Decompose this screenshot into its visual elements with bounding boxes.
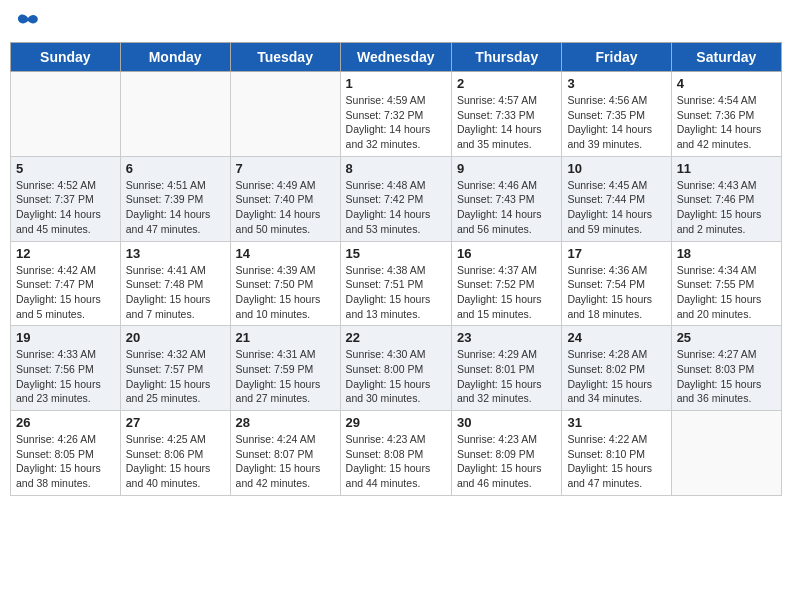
calendar-cell: 2Sunrise: 4:57 AM Sunset: 7:33 PM Daylig… (451, 72, 561, 157)
day-info: Sunrise: 4:51 AM Sunset: 7:39 PM Dayligh… (126, 178, 225, 237)
calendar-cell: 19Sunrise: 4:33 AM Sunset: 7:56 PM Dayli… (11, 326, 121, 411)
calendar-cell: 8Sunrise: 4:48 AM Sunset: 7:42 PM Daylig… (340, 156, 451, 241)
calendar-cell: 31Sunrise: 4:22 AM Sunset: 8:10 PM Dayli… (562, 411, 671, 496)
day-info: Sunrise: 4:52 AM Sunset: 7:37 PM Dayligh… (16, 178, 115, 237)
week-row-4: 26Sunrise: 4:26 AM Sunset: 8:05 PM Dayli… (11, 411, 782, 496)
day-info: Sunrise: 4:49 AM Sunset: 7:40 PM Dayligh… (236, 178, 335, 237)
calendar-cell: 14Sunrise: 4:39 AM Sunset: 7:50 PM Dayli… (230, 241, 340, 326)
day-number: 21 (236, 330, 335, 345)
day-info: Sunrise: 4:25 AM Sunset: 8:06 PM Dayligh… (126, 432, 225, 491)
day-info: Sunrise: 4:48 AM Sunset: 7:42 PM Dayligh… (346, 178, 446, 237)
day-info: Sunrise: 4:37 AM Sunset: 7:52 PM Dayligh… (457, 263, 556, 322)
day-number: 18 (677, 246, 776, 261)
calendar: SundayMondayTuesdayWednesdayThursdayFrid… (10, 42, 782, 496)
day-number: 25 (677, 330, 776, 345)
day-info: Sunrise: 4:36 AM Sunset: 7:54 PM Dayligh… (567, 263, 665, 322)
calendar-cell: 23Sunrise: 4:29 AM Sunset: 8:01 PM Dayli… (451, 326, 561, 411)
calendar-cell: 11Sunrise: 4:43 AM Sunset: 7:46 PM Dayli… (671, 156, 781, 241)
day-info: Sunrise: 4:39 AM Sunset: 7:50 PM Dayligh… (236, 263, 335, 322)
dow-sunday: Sunday (11, 43, 121, 72)
day-number: 2 (457, 76, 556, 91)
day-info: Sunrise: 4:42 AM Sunset: 7:47 PM Dayligh… (16, 263, 115, 322)
calendar-cell (11, 72, 121, 157)
calendar-cell: 16Sunrise: 4:37 AM Sunset: 7:52 PM Dayli… (451, 241, 561, 326)
dow-thursday: Thursday (451, 43, 561, 72)
day-number: 30 (457, 415, 556, 430)
day-info: Sunrise: 4:34 AM Sunset: 7:55 PM Dayligh… (677, 263, 776, 322)
day-info: Sunrise: 4:23 AM Sunset: 8:09 PM Dayligh… (457, 432, 556, 491)
day-info: Sunrise: 4:59 AM Sunset: 7:32 PM Dayligh… (346, 93, 446, 152)
day-number: 17 (567, 246, 665, 261)
day-number: 29 (346, 415, 446, 430)
day-number: 9 (457, 161, 556, 176)
day-number: 14 (236, 246, 335, 261)
day-number: 23 (457, 330, 556, 345)
day-info: Sunrise: 4:57 AM Sunset: 7:33 PM Dayligh… (457, 93, 556, 152)
calendar-cell: 25Sunrise: 4:27 AM Sunset: 8:03 PM Dayli… (671, 326, 781, 411)
day-number: 28 (236, 415, 335, 430)
day-info: Sunrise: 4:41 AM Sunset: 7:48 PM Dayligh… (126, 263, 225, 322)
calendar-body: 1Sunrise: 4:59 AM Sunset: 7:32 PM Daylig… (11, 72, 782, 496)
day-number: 13 (126, 246, 225, 261)
calendar-cell: 30Sunrise: 4:23 AM Sunset: 8:09 PM Dayli… (451, 411, 561, 496)
calendar-cell: 27Sunrise: 4:25 AM Sunset: 8:06 PM Dayli… (120, 411, 230, 496)
dow-tuesday: Tuesday (230, 43, 340, 72)
day-number: 12 (16, 246, 115, 261)
calendar-cell: 18Sunrise: 4:34 AM Sunset: 7:55 PM Dayli… (671, 241, 781, 326)
dow-monday: Monday (120, 43, 230, 72)
day-number: 22 (346, 330, 446, 345)
week-row-3: 19Sunrise: 4:33 AM Sunset: 7:56 PM Dayli… (11, 326, 782, 411)
days-of-week-header: SundayMondayTuesdayWednesdayThursdayFrid… (11, 43, 782, 72)
calendar-cell (120, 72, 230, 157)
calendar-cell: 26Sunrise: 4:26 AM Sunset: 8:05 PM Dayli… (11, 411, 121, 496)
day-info: Sunrise: 4:24 AM Sunset: 8:07 PM Dayligh… (236, 432, 335, 491)
calendar-cell: 12Sunrise: 4:42 AM Sunset: 7:47 PM Dayli… (11, 241, 121, 326)
calendar-cell: 4Sunrise: 4:54 AM Sunset: 7:36 PM Daylig… (671, 72, 781, 157)
day-info: Sunrise: 4:54 AM Sunset: 7:36 PM Dayligh… (677, 93, 776, 152)
calendar-cell: 15Sunrise: 4:38 AM Sunset: 7:51 PM Dayli… (340, 241, 451, 326)
day-number: 19 (16, 330, 115, 345)
dow-saturday: Saturday (671, 43, 781, 72)
day-info: Sunrise: 4:28 AM Sunset: 8:02 PM Dayligh… (567, 347, 665, 406)
day-info: Sunrise: 4:43 AM Sunset: 7:46 PM Dayligh… (677, 178, 776, 237)
day-info: Sunrise: 4:45 AM Sunset: 7:44 PM Dayligh… (567, 178, 665, 237)
day-info: Sunrise: 4:31 AM Sunset: 7:59 PM Dayligh… (236, 347, 335, 406)
calendar-cell: 7Sunrise: 4:49 AM Sunset: 7:40 PM Daylig… (230, 156, 340, 241)
day-number: 4 (677, 76, 776, 91)
calendar-cell: 21Sunrise: 4:31 AM Sunset: 7:59 PM Dayli… (230, 326, 340, 411)
day-number: 24 (567, 330, 665, 345)
week-row-2: 12Sunrise: 4:42 AM Sunset: 7:47 PM Dayli… (11, 241, 782, 326)
calendar-cell (671, 411, 781, 496)
day-info: Sunrise: 4:46 AM Sunset: 7:43 PM Dayligh… (457, 178, 556, 237)
day-number: 20 (126, 330, 225, 345)
calendar-cell (230, 72, 340, 157)
day-number: 11 (677, 161, 776, 176)
logo-bird-icon (16, 10, 40, 34)
day-number: 16 (457, 246, 556, 261)
day-info: Sunrise: 4:33 AM Sunset: 7:56 PM Dayligh… (16, 347, 115, 406)
calendar-cell: 10Sunrise: 4:45 AM Sunset: 7:44 PM Dayli… (562, 156, 671, 241)
day-number: 15 (346, 246, 446, 261)
day-number: 8 (346, 161, 446, 176)
day-number: 10 (567, 161, 665, 176)
calendar-cell: 24Sunrise: 4:28 AM Sunset: 8:02 PM Dayli… (562, 326, 671, 411)
calendar-cell: 17Sunrise: 4:36 AM Sunset: 7:54 PM Dayli… (562, 241, 671, 326)
calendar-cell: 28Sunrise: 4:24 AM Sunset: 8:07 PM Dayli… (230, 411, 340, 496)
week-row-0: 1Sunrise: 4:59 AM Sunset: 7:32 PM Daylig… (11, 72, 782, 157)
day-info: Sunrise: 4:32 AM Sunset: 7:57 PM Dayligh… (126, 347, 225, 406)
day-number: 7 (236, 161, 335, 176)
day-info: Sunrise: 4:22 AM Sunset: 8:10 PM Dayligh… (567, 432, 665, 491)
day-info: Sunrise: 4:30 AM Sunset: 8:00 PM Dayligh… (346, 347, 446, 406)
day-info: Sunrise: 4:27 AM Sunset: 8:03 PM Dayligh… (677, 347, 776, 406)
dow-wednesday: Wednesday (340, 43, 451, 72)
day-number: 5 (16, 161, 115, 176)
week-row-1: 5Sunrise: 4:52 AM Sunset: 7:37 PM Daylig… (11, 156, 782, 241)
day-info: Sunrise: 4:29 AM Sunset: 8:01 PM Dayligh… (457, 347, 556, 406)
calendar-cell: 22Sunrise: 4:30 AM Sunset: 8:00 PM Dayli… (340, 326, 451, 411)
calendar-cell: 13Sunrise: 4:41 AM Sunset: 7:48 PM Dayli… (120, 241, 230, 326)
day-info: Sunrise: 4:56 AM Sunset: 7:35 PM Dayligh… (567, 93, 665, 152)
calendar-cell: 6Sunrise: 4:51 AM Sunset: 7:39 PM Daylig… (120, 156, 230, 241)
logo (14, 10, 40, 34)
calendar-cell: 5Sunrise: 4:52 AM Sunset: 7:37 PM Daylig… (11, 156, 121, 241)
day-info: Sunrise: 4:38 AM Sunset: 7:51 PM Dayligh… (346, 263, 446, 322)
